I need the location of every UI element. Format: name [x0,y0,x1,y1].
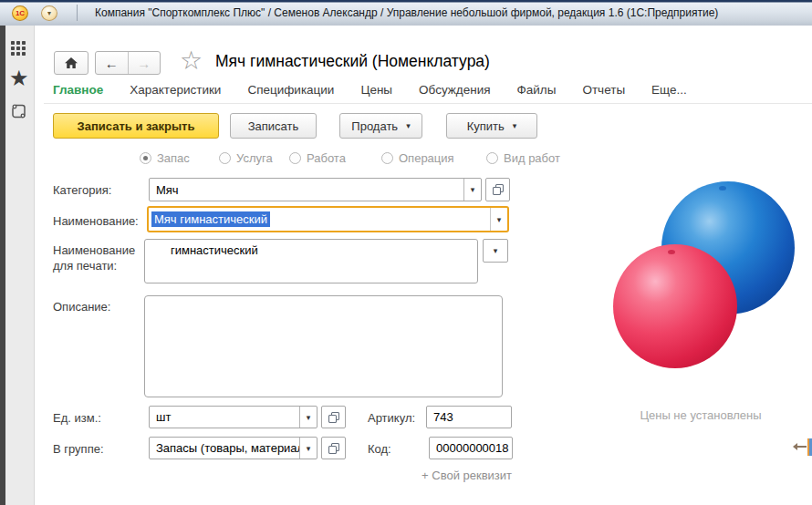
save-and-close-button[interactable]: Записать и закрыть [53,113,219,139]
forward-button[interactable]: → [129,52,161,74]
unit-field[interactable]: шт ▾ [149,406,318,428]
code-field[interactable]: 00000000018 [429,437,513,459]
chevron-down-icon: ▾ [406,121,411,130]
panel-expand-arrow-tail[interactable] [797,446,807,448]
article-field[interactable]: 743 [426,406,512,428]
radio-circle [486,152,498,164]
print-name-label: Наименование для печати: [53,243,150,273]
page-title: Мяч гимнастический (Номенклатура) [215,52,490,71]
open-value-icon [328,443,339,454]
article-label: Артикул: [368,411,415,425]
tab-kharakteristiki[interactable]: Характеристики [130,83,221,97]
tab-faily[interactable]: Файлы [517,83,557,97]
radio-operatsiya[interactable]: Операция [381,151,454,165]
chevron-down-icon: ▾ [494,246,498,255]
blue-ball-valve [719,186,726,191]
radio-usluga[interactable]: Услуга [219,151,273,165]
category-open-button[interactable] [485,178,510,201]
tab-obsuzhdeniya[interactable]: Обсуждения [419,83,490,97]
red-ball-valve [668,250,675,254]
tab-tseny[interactable]: Цены [360,83,392,97]
radio-label: Работа [307,151,346,165]
sidebar-dark-edge [0,26,5,505]
name-field-focused[interactable]: Мяч гимнастический ▾ [147,206,509,232]
group-label: В группе: [53,442,104,456]
collapsed-panel-grip[interactable] [807,438,812,456]
radio-label: Услуга [236,151,273,165]
form-tabs: Главное Характеристики Спецификации Цены… [53,83,687,97]
code-label: Код: [368,442,391,456]
radio-label: Запас [157,151,190,165]
chevron-down-icon[interactable]: ▾ [463,179,481,201]
chevron-down-icon[interactable]: ▾ [299,438,317,459]
sell-button[interactable]: Продать ▾ [339,113,422,139]
system-menu-button[interactable]: ▾ [41,5,57,21]
app-logo-icon: 1С [12,5,28,21]
chevron-down-icon: ▾ [47,10,51,17]
tab-eshche[interactable]: Еще... [651,83,687,97]
name-label: Наименование: [53,214,139,228]
radio-label: Вид работ [504,151,560,165]
unit-value: шт [150,407,299,428]
chevron-down-icon[interactable]: ▾ [490,208,507,231]
radio-circle [219,152,231,164]
sell-button-label: Продать [351,119,398,133]
product-image-red-ball[interactable] [613,244,737,368]
home-button[interactable] [54,51,88,75]
back-arrow-icon: ← [105,56,119,71]
history-icon[interactable] [11,103,26,123]
window-title: Компания "Спорткомплекс Плюс" / Семенов … [95,0,718,26]
radio-circle [140,152,151,164]
description-field[interactable] [144,295,503,397]
tabs-underline [44,103,812,104]
tab-otchety[interactable]: Отчеты [582,83,625,97]
unit-open-button[interactable] [321,406,346,428]
window-titlebar: 1С ▾ Компания "Спорткомплекс Плюс" / Сем… [0,0,812,26]
group-value: Запасы (товары, материал [150,438,299,459]
add-to-favorites-star-icon[interactable]: ☆ [180,47,203,76]
buy-button[interactable]: Купить ▾ [446,113,537,139]
back-button[interactable]: ← [96,52,129,74]
favorites-icon[interactable]: ★ [9,66,29,92]
history-nav-buttons: ← → [95,51,161,75]
category-field[interactable]: Мяч ▾ [149,178,482,201]
home-icon [64,57,78,69]
add-custom-attribute-link[interactable]: + Свой реквизит [392,469,512,482]
radio-label: Операция [399,151,454,165]
save-button[interactable]: Записать [230,113,317,139]
radio-circle [381,152,393,164]
chevron-down-icon: ▾ [513,121,517,130]
name-value-selected: Мяч гимнастический [151,211,270,227]
forward-arrow-icon: → [137,56,151,71]
radio-circle [289,152,301,164]
chevron-down-icon[interactable]: ▾ [299,407,317,428]
unit-label: Ед. изм.: [53,411,101,425]
sections-menu-icon[interactable] [11,41,26,60]
radio-rabota[interactable]: Работа [289,151,346,165]
group-field[interactable]: Запасы (товары, материал ▾ [149,437,318,459]
print-name-dropdown-button[interactable]: ▾ [483,239,508,263]
category-label: Категория: [53,183,111,197]
open-value-icon [328,412,339,423]
group-open-button[interactable] [321,437,346,459]
description-label: Описание: [53,300,110,314]
app-window: 1С ▾ Компания "Спорткомплекс Плюс" / Сем… [0,0,812,505]
titlebar-separator [77,5,78,21]
tab-glavnoe[interactable]: Главное [53,83,103,97]
print-name-field[interactable]: гимнастический [144,239,478,283]
open-value-icon [493,184,504,195]
tab-spetsifikatsii[interactable]: Спецификации [247,83,334,97]
buy-button-label: Купить [467,119,505,133]
radio-zapas[interactable]: Запас [140,151,190,165]
category-value: Мяч [150,179,463,201]
radio-vid-rabot[interactable]: Вид работ [486,151,560,165]
sidebar: ★ [0,26,35,505]
prices-status-text: Цены не установлены [602,408,799,422]
